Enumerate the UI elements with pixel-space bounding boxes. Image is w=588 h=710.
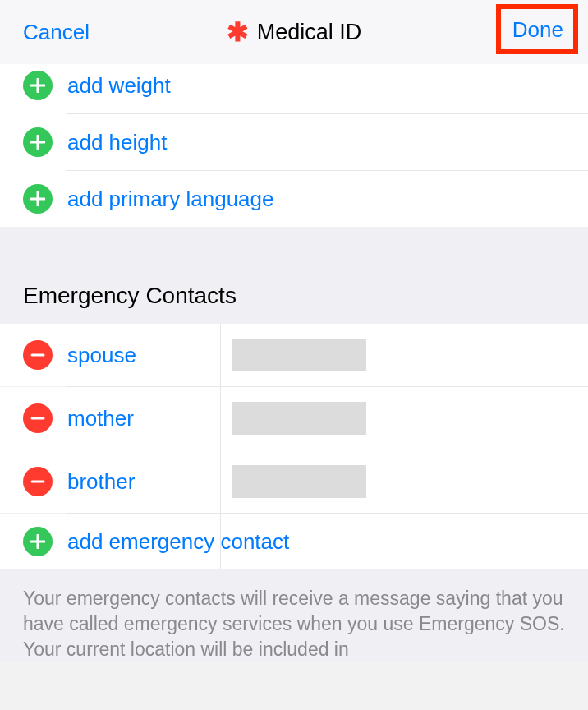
contact-row-spouse[interactable]: spouse bbox=[0, 324, 588, 386]
contact-row-mother[interactable]: mother bbox=[0, 387, 588, 450]
add-emergency-contact-row[interactable]: add emergency contact bbox=[0, 514, 588, 569]
contact-label: mother bbox=[67, 406, 207, 431]
contact-label: brother bbox=[67, 469, 207, 495]
page-title: Medical ID bbox=[257, 20, 362, 45]
plus-icon bbox=[23, 127, 53, 157]
minus-icon[interactable] bbox=[23, 403, 53, 433]
minus-icon[interactable] bbox=[23, 340, 53, 370]
add-weight-row[interactable]: add weight bbox=[0, 64, 588, 113]
add-language-row[interactable]: add primary language bbox=[0, 171, 588, 227]
nav-title: ✱ Medical ID bbox=[227, 19, 362, 45]
done-button[interactable]: Done bbox=[512, 17, 563, 42]
medical-asterisk-icon: ✱ bbox=[227, 19, 249, 45]
section-gap bbox=[0, 227, 588, 260]
column-separator bbox=[220, 324, 221, 569]
add-height-row[interactable]: add height bbox=[0, 114, 588, 170]
add-fields-section: add weight add height add primary langua… bbox=[0, 64, 588, 227]
done-highlight-box: Done bbox=[496, 4, 578, 54]
minus-icon[interactable] bbox=[23, 467, 53, 496]
nav-bar: Cancel ✱ Medical ID Done bbox=[0, 0, 588, 64]
plus-icon bbox=[23, 527, 53, 556]
add-language-label: add primary language bbox=[67, 187, 274, 212]
footer-description: Your emergency contacts will receive a m… bbox=[0, 569, 588, 662]
contact-row-brother[interactable]: brother bbox=[0, 450, 588, 513]
cancel-button[interactable]: Cancel bbox=[23, 20, 90, 45]
emergency-contacts-header: Emergency Contacts bbox=[0, 260, 588, 324]
contact-label: spouse bbox=[67, 343, 207, 368]
add-emergency-contact-label: add emergency contact bbox=[67, 529, 289, 555]
plus-icon bbox=[23, 71, 53, 100]
add-weight-label: add weight bbox=[67, 73, 171, 99]
plus-icon bbox=[23, 184, 53, 214]
contact-value-redacted bbox=[232, 465, 366, 498]
emergency-contacts-section: spouse mother brother add emergency cont… bbox=[0, 324, 588, 569]
add-height-label: add height bbox=[67, 130, 167, 155]
contact-value-redacted bbox=[232, 402, 366, 435]
contact-value-redacted bbox=[232, 339, 366, 371]
